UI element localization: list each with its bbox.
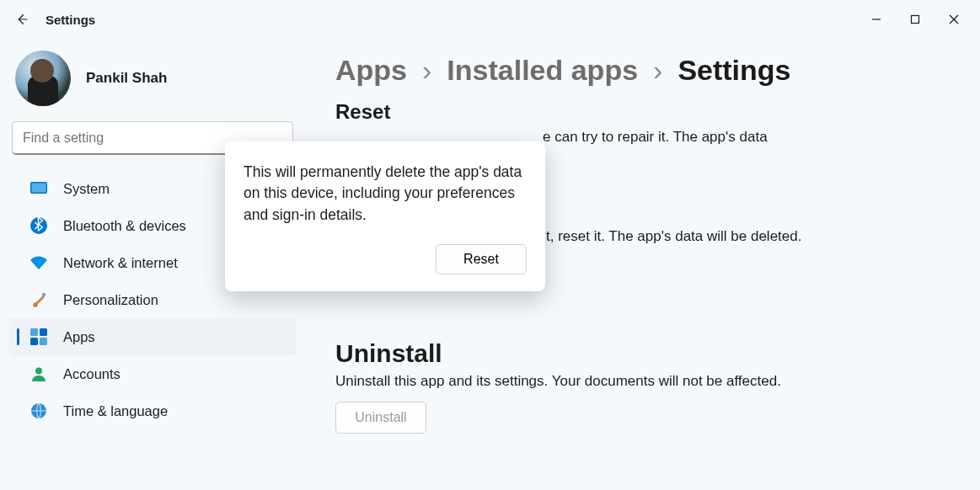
sidebar-item-label: Accounts xyxy=(63,366,120,382)
breadcrumb-installed-apps[interactable]: Installed apps xyxy=(447,54,638,87)
svg-rect-2 xyxy=(912,16,919,24)
sidebar-item-label: Bluetooth & devices xyxy=(63,218,186,234)
wifi-icon xyxy=(29,253,48,272)
system-icon xyxy=(29,179,48,198)
profile-name: Pankil Shah xyxy=(86,70,167,87)
sidebar-item-accounts[interactable]: Accounts xyxy=(8,355,297,392)
bluetooth-icon xyxy=(29,216,48,235)
svg-point-8 xyxy=(42,293,46,296)
sidebar-item-label: Apps xyxy=(63,329,95,345)
sidebar-item-apps[interactable]: Apps xyxy=(8,318,297,355)
popup-message: This will permanently delete the app's d… xyxy=(244,162,527,226)
avatar xyxy=(15,51,71,106)
sidebar-item-label: Personalization xyxy=(63,292,158,308)
close-icon xyxy=(949,14,959,24)
popup-reset-button[interactable]: Reset xyxy=(436,244,527,274)
sidebar-item-label: Time & language xyxy=(63,403,168,419)
profile[interactable]: Pankil Shah xyxy=(0,39,305,121)
close-button[interactable] xyxy=(934,4,973,35)
svg-rect-11 xyxy=(30,338,38,345)
paintbrush-icon xyxy=(29,290,48,309)
maximize-button[interactable] xyxy=(896,4,934,35)
chevron-right-icon: › xyxy=(422,54,431,87)
globe-icon xyxy=(29,402,48,420)
svg-rect-9 xyxy=(30,328,38,336)
uninstall-description: Uninstall this app and its settings. You… xyxy=(335,373,955,390)
breadcrumb: Apps › Installed apps › Settings xyxy=(335,54,955,87)
breadcrumb-apps[interactable]: Apps xyxy=(335,54,407,87)
svg-rect-12 xyxy=(40,338,47,345)
accounts-icon xyxy=(29,365,48,383)
svg-rect-6 xyxy=(32,184,46,193)
sidebar-item-label: Network & internet xyxy=(63,255,178,271)
svg-point-13 xyxy=(35,368,42,375)
sidebar-item-label: System xyxy=(63,181,110,197)
minimize-button[interactable] xyxy=(857,4,896,35)
arrow-left-icon xyxy=(14,12,29,27)
repair-description: e can try to repair it. The app's data xyxy=(543,129,955,146)
apps-icon xyxy=(29,328,48,346)
svg-rect-10 xyxy=(40,328,47,336)
chevron-right-icon: › xyxy=(653,54,662,87)
titlebar: Settings xyxy=(0,0,980,39)
maximize-icon xyxy=(910,14,920,24)
breadcrumb-current: Settings xyxy=(677,54,790,87)
uninstall-button[interactable]: Uninstall xyxy=(335,402,426,434)
window-title: Settings xyxy=(46,13,95,27)
window-controls xyxy=(857,4,973,35)
reset-confirm-popup: This will permanently delete the app's d… xyxy=(225,141,545,291)
reset-heading: Reset xyxy=(335,100,955,124)
uninstall-heading: Uninstall xyxy=(335,339,955,368)
minimize-icon xyxy=(871,14,881,24)
reset-description: t, reset it. The app's data will be dele… xyxy=(546,228,955,245)
back-button[interactable] xyxy=(7,4,37,35)
sidebar-item-time-language[interactable]: Time & language xyxy=(8,392,297,429)
